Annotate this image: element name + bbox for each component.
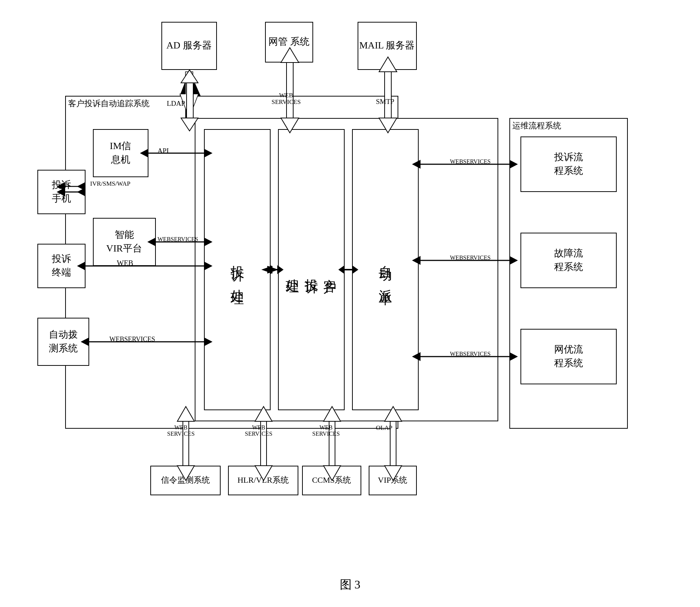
customer-complaint-label: 客户投诉自动追踪系统 <box>68 99 150 108</box>
mail-server-box: MAIL 服务器 <box>358 22 417 70</box>
ldap-label: LDAP <box>167 100 185 108</box>
ad-server-box: AD 服务器 <box>161 22 217 70</box>
complaint-phone-box: 投诉手机 <box>37 170 86 214</box>
auto-detect-box: 自动拨测系统 <box>37 318 89 366</box>
webservices-right-1-label: WEBSERVICES <box>450 158 491 165</box>
netopt-flow-box: 网优流程系统 <box>520 329 617 384</box>
webservices-right-3-label: WEBSERVICES <box>450 350 491 357</box>
webservices-bottom-2-label: WEBSERVICES <box>245 424 272 437</box>
web-terminal-label: WEB <box>117 259 133 267</box>
ops-flow-label: 运维流程系统 <box>512 121 561 131</box>
fault-flow-box: 故障流程系统 <box>520 233 617 288</box>
signal-monitor-box: 信令监测系统 <box>150 466 221 495</box>
complaint-process-box: 投诉 处理 <box>204 129 271 410</box>
svg-marker-6 <box>181 70 198 83</box>
webservices-top-label: WEBSERVICES <box>272 92 301 106</box>
complaint-flow-box: 投诉流程系统 <box>520 136 617 192</box>
smtp-label: SMTP <box>376 98 395 106</box>
olap-label: OLAP <box>376 424 392 432</box>
customer-complaint-processing-box: 客户投诉处理 <box>278 129 345 410</box>
webservices-vir-label: WEBSERVICES <box>158 236 198 243</box>
wg-system-box: 网管 系统 <box>265 22 313 63</box>
webservices-autodetect-label: WEBSERVICES <box>110 335 155 344</box>
auto-dispatch-box: 自动 派单 <box>352 129 419 410</box>
webservices-bottom-3-label: WEBSERVICES <box>312 424 340 437</box>
im-machine-box: IM信息机 <box>93 129 148 177</box>
webservices-bottom-1-label: WEBSERVICES <box>167 424 195 437</box>
ccms-box: CCMS系统 <box>302 466 361 495</box>
diagram: AD 服务器 网管 系统 MAIL 服务器 客户投诉自动追踪系统 运维流程系统 … <box>36 14 665 569</box>
complaint-terminal-box: 投诉终端 <box>37 244 86 288</box>
figure-caption: 图 3 <box>340 577 361 593</box>
webservices-right-2-label: WEBSERVICES <box>450 254 491 261</box>
hlr-vlr-box: HLR/VLR系统 <box>228 466 298 495</box>
ivr-label: IVR/SMS/WAP <box>90 180 131 188</box>
vip-box: VIP系统 <box>369 466 417 495</box>
api-label: API <box>158 147 169 155</box>
